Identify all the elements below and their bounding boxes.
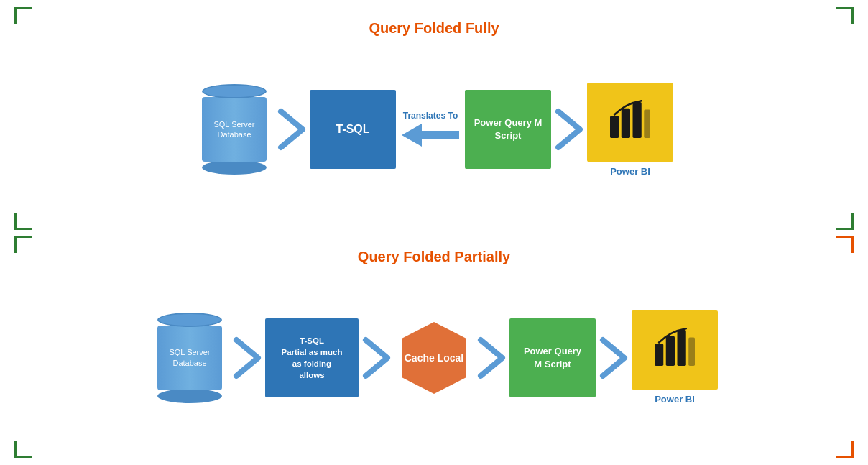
bracket-bottom-right-2 [836,441,854,458]
bracket-bottom-left-1 [14,213,32,230]
cylinder-body-text: SQL ServerDatabase [211,119,257,140]
power-query-label-top: Power Query MScript [474,116,542,142]
flow-row-bottom: SQL ServerDatabase T-SQLPartial as mucha… [150,272,718,459]
svg-marker-0 [402,124,459,147]
powerbi-label-bottom: Power BI [655,394,695,405]
section-title-top: Query Folded Fully [369,20,499,37]
svg-rect-6 [655,344,663,367]
hexagon-shape: Cache Local [398,318,470,397]
powerbi-box-bottom [632,310,718,390]
powerbi-label-top: Power BI [610,166,650,177]
tsql-partial-label: T-SQLPartial as muchas foldingallows [281,335,342,381]
chevron-1-bottom [233,336,262,379]
cylinder-top-cap-2 [157,313,222,327]
cylinder-body: SQL ServerDatabase [202,97,267,162]
section-query-folded-partially: Query Folded Partially SQL ServerDatabas… [14,236,854,459]
svg-rect-8 [678,330,686,366]
tsql-box-top: T-SQL [310,90,396,169]
powerbi-icon-top [605,97,655,147]
powerbi-top: Power BI [587,83,673,177]
svg-rect-4 [644,109,650,137]
tsql-partial-box: T-SQLPartial as muchas foldingallows [265,318,359,397]
cylinder-top-cap [202,84,267,98]
svg-rect-7 [666,336,675,366]
svg-rect-9 [688,338,695,366]
section-query-folded-fully: Query Folded Fully SQL ServerDatabase T-… [14,7,854,230]
bracket-top-left-1 [14,7,32,24]
power-query-label-bottom: Power QueryM Script [524,345,581,371]
cylinder-bottom-cap-2 [157,389,222,403]
translates-to-label: Translates To [403,111,458,121]
chevron-4-bottom [599,336,628,379]
power-query-box-bottom: Power QueryM Script [509,318,596,397]
main-container: Query Folded Fully SQL ServerDatabase T-… [0,0,868,465]
translates-to-arrow: Translates To [402,111,459,148]
bracket-top-right-1 [836,7,854,24]
power-query-box-top: Power Query MScript [465,90,551,169]
powerbi-icon-bottom [650,325,700,375]
svg-rect-1 [610,116,619,138]
tsql-label-top: T-SQL [336,123,369,136]
cylinder-body-text-2: SQL ServerDatabase [166,347,213,368]
cache-local-label: Cache Local [405,352,463,364]
powerbi-bottom: Power BI [632,310,718,405]
bracket-top-left-2 [14,236,32,253]
cache-local-hexagon: Cache Local [398,318,470,397]
sql-server-db-bottom: SQL ServerDatabase [150,313,229,403]
svg-rect-2 [622,109,630,138]
chevron-3-bottom [477,336,506,379]
chevron-2-bottom [362,336,391,379]
svg-rect-3 [633,102,642,138]
sql-server-db-top: SQL ServerDatabase [195,84,274,175]
chevron-2-top [555,108,583,151]
flow-row-top: SQL ServerDatabase T-SQL Translates To [195,44,673,230]
cylinder-body-2: SQL ServerDatabase [157,326,222,390]
chevron-1-top [277,108,306,151]
bracket-top-right-2 [836,236,854,253]
bracket-bottom-left-2 [14,441,32,458]
cylinder-bottom-cap [202,160,267,175]
section-title-bottom: Query Folded Partially [358,249,510,265]
bracket-bottom-right-1 [836,213,854,230]
arrow-svg [402,122,459,148]
powerbi-box-top [587,83,673,162]
